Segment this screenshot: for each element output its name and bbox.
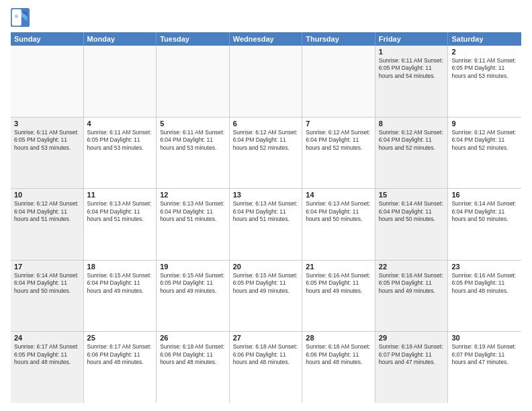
calendar-cell-w2-d4: 14Sunrise: 6:13 AM Sunset: 6:04 PM Dayli… (302, 189, 375, 260)
day-number: 26 (160, 334, 226, 342)
cell-text: Sunrise: 6:16 AM Sunset: 6:05 PM Dayligh… (379, 272, 445, 295)
cell-text: Sunrise: 6:11 AM Sunset: 6:05 PM Dayligh… (14, 129, 80, 152)
cell-text: Sunrise: 6:13 AM Sunset: 6:04 PM Dayligh… (233, 200, 299, 223)
calendar-cell-w3-d6: 23Sunrise: 6:16 AM Sunset: 6:05 PM Dayli… (448, 261, 521, 332)
header-day-thursday: Thursday (302, 32, 375, 46)
day-number: 6 (233, 120, 299, 128)
cell-text: Sunrise: 6:11 AM Sunset: 6:05 PM Dayligh… (87, 129, 153, 152)
day-number: 16 (451, 191, 518, 199)
cell-text: Sunrise: 6:13 AM Sunset: 6:04 PM Dayligh… (160, 200, 226, 223)
calendar-cell-w2-d6: 16Sunrise: 6:14 AM Sunset: 6:04 PM Dayli… (448, 189, 521, 260)
day-number: 11 (87, 191, 153, 199)
cell-text: Sunrise: 6:13 AM Sunset: 6:04 PM Dayligh… (306, 200, 371, 223)
page: G SundayMondayTuesdayWednesdayThursdayFr… (0, 0, 532, 411)
cell-text: Sunrise: 6:14 AM Sunset: 6:04 PM Dayligh… (451, 200, 518, 223)
calendar: SundayMondayTuesdayWednesdayThursdayFrid… (11, 32, 521, 403)
header-day-friday: Friday (375, 32, 449, 46)
calendar-cell-w4-d0: 24Sunrise: 6:17 AM Sunset: 6:05 PM Dayli… (11, 332, 84, 403)
day-number: 7 (306, 120, 371, 128)
logo: G (11, 8, 32, 27)
day-number: 14 (306, 191, 371, 199)
calendar-cell-w0-d0 (11, 46, 84, 117)
cell-text: Sunrise: 6:13 AM Sunset: 6:04 PM Dayligh… (87, 200, 153, 223)
calendar-cell-w2-d5: 15Sunrise: 6:14 AM Sunset: 6:04 PM Dayli… (375, 189, 449, 260)
cell-text: Sunrise: 6:15 AM Sunset: 6:04 PM Dayligh… (87, 272, 153, 295)
calendar-row-3: 17Sunrise: 6:14 AM Sunset: 6:04 PM Dayli… (11, 261, 521, 332)
day-number: 9 (451, 120, 518, 128)
cell-text: Sunrise: 6:17 AM Sunset: 6:06 PM Dayligh… (87, 343, 153, 366)
header-day-sunday: Sunday (11, 32, 84, 46)
day-number: 18 (87, 263, 153, 271)
day-number: 12 (160, 191, 226, 199)
cell-text: Sunrise: 6:12 AM Sunset: 6:04 PM Dayligh… (379, 129, 445, 152)
cell-text: Sunrise: 6:19 AM Sunset: 6:07 PM Dayligh… (451, 343, 518, 366)
calendar-cell-w0-d5: 1Sunrise: 6:11 AM Sunset: 6:05 PM Daylig… (375, 46, 449, 117)
header-day-wednesday: Wednesday (230, 32, 303, 46)
header-day-monday: Monday (84, 32, 157, 46)
calendar-cell-w4-d6: 30Sunrise: 6:19 AM Sunset: 6:07 PM Dayli… (448, 332, 521, 403)
calendar-body: 1Sunrise: 6:11 AM Sunset: 6:05 PM Daylig… (11, 46, 521, 403)
calendar-cell-w1-d4: 7Sunrise: 6:12 AM Sunset: 6:04 PM Daylig… (302, 118, 375, 189)
calendar-cell-w1-d2: 5Sunrise: 6:11 AM Sunset: 6:04 PM Daylig… (157, 118, 230, 189)
cell-text: Sunrise: 6:11 AM Sunset: 6:05 PM Dayligh… (379, 57, 445, 80)
calendar-row-4: 24Sunrise: 6:17 AM Sunset: 6:05 PM Dayli… (11, 332, 521, 403)
cell-text: Sunrise: 6:19 AM Sunset: 6:07 PM Dayligh… (379, 343, 445, 366)
cell-text: Sunrise: 6:12 AM Sunset: 6:04 PM Dayligh… (306, 129, 371, 152)
cell-text: Sunrise: 6:11 AM Sunset: 6:05 PM Dayligh… (451, 57, 518, 80)
calendar-cell-w3-d1: 18Sunrise: 6:15 AM Sunset: 6:04 PM Dayli… (84, 261, 157, 332)
day-number: 27 (233, 334, 299, 342)
calendar-cell-w1-d1: 4Sunrise: 6:11 AM Sunset: 6:05 PM Daylig… (84, 118, 157, 189)
calendar-cell-w3-d5: 22Sunrise: 6:16 AM Sunset: 6:05 PM Dayli… (375, 261, 449, 332)
svg-text:G: G (15, 13, 18, 18)
day-number: 8 (379, 120, 445, 128)
logo-icon: G (11, 8, 30, 27)
calendar-cell-w3-d3: 20Sunrise: 6:15 AM Sunset: 6:05 PM Dayli… (230, 261, 303, 332)
cell-text: Sunrise: 6:18 AM Sunset: 6:06 PM Dayligh… (306, 343, 371, 366)
calendar-row-0: 1Sunrise: 6:11 AM Sunset: 6:05 PM Daylig… (11, 46, 521, 118)
calendar-cell-w2-d3: 13Sunrise: 6:13 AM Sunset: 6:04 PM Dayli… (230, 189, 303, 260)
cell-text: Sunrise: 6:11 AM Sunset: 6:04 PM Dayligh… (160, 129, 226, 152)
cell-text: Sunrise: 6:14 AM Sunset: 6:04 PM Dayligh… (379, 200, 445, 223)
cell-text: Sunrise: 6:12 AM Sunset: 6:04 PM Dayligh… (233, 129, 299, 152)
header: G (11, 8, 521, 27)
day-number: 22 (379, 263, 445, 271)
cell-text: Sunrise: 6:12 AM Sunset: 6:04 PM Dayligh… (451, 129, 518, 152)
cell-text: Sunrise: 6:16 AM Sunset: 6:05 PM Dayligh… (306, 272, 371, 295)
day-number: 1 (379, 48, 445, 56)
calendar-cell-w0-d1 (84, 46, 157, 117)
calendar-row-1: 3Sunrise: 6:11 AM Sunset: 6:05 PM Daylig… (11, 118, 521, 189)
cell-text: Sunrise: 6:16 AM Sunset: 6:05 PM Dayligh… (451, 272, 518, 295)
day-number: 17 (14, 263, 80, 271)
day-number: 3 (14, 120, 80, 128)
calendar-row-2: 10Sunrise: 6:12 AM Sunset: 6:04 PM Dayli… (11, 189, 521, 261)
cell-text: Sunrise: 6:12 AM Sunset: 6:04 PM Dayligh… (14, 200, 80, 223)
day-number: 23 (451, 263, 518, 271)
day-number: 19 (160, 263, 226, 271)
cell-text: Sunrise: 6:14 AM Sunset: 6:04 PM Dayligh… (14, 272, 80, 295)
calendar-cell-w1-d6: 9Sunrise: 6:12 AM Sunset: 6:04 PM Daylig… (448, 118, 521, 189)
calendar-cell-w4-d1: 25Sunrise: 6:17 AM Sunset: 6:06 PM Dayli… (84, 332, 157, 403)
day-number: 24 (14, 334, 80, 342)
day-number: 13 (233, 191, 299, 199)
day-number: 25 (87, 334, 153, 342)
calendar-cell-w4-d4: 28Sunrise: 6:18 AM Sunset: 6:06 PM Dayli… (302, 332, 375, 403)
cell-text: Sunrise: 6:18 AM Sunset: 6:06 PM Dayligh… (233, 343, 299, 366)
day-number: 29 (379, 334, 445, 342)
header-day-tuesday: Tuesday (157, 32, 230, 46)
calendar-cell-w1-d5: 8Sunrise: 6:12 AM Sunset: 6:04 PM Daylig… (375, 118, 449, 189)
calendar-cell-w3-d4: 21Sunrise: 6:16 AM Sunset: 6:05 PM Dayli… (302, 261, 375, 332)
day-number: 10 (14, 191, 80, 199)
calendar-cell-w4-d3: 27Sunrise: 6:18 AM Sunset: 6:06 PM Dayli… (230, 332, 303, 403)
calendar-cell-w0-d4 (302, 46, 375, 117)
calendar-cell-w0-d2 (157, 46, 230, 117)
cell-text: Sunrise: 6:15 AM Sunset: 6:05 PM Dayligh… (160, 272, 226, 295)
cell-text: Sunrise: 6:15 AM Sunset: 6:05 PM Dayligh… (233, 272, 299, 295)
calendar-cell-w1-d3: 6Sunrise: 6:12 AM Sunset: 6:04 PM Daylig… (230, 118, 303, 189)
day-number: 15 (379, 191, 445, 199)
calendar-cell-w3-d0: 17Sunrise: 6:14 AM Sunset: 6:04 PM Dayli… (11, 261, 84, 332)
calendar-cell-w1-d0: 3Sunrise: 6:11 AM Sunset: 6:05 PM Daylig… (11, 118, 84, 189)
day-number: 2 (451, 48, 518, 56)
calendar-cell-w4-d5: 29Sunrise: 6:19 AM Sunset: 6:07 PM Dayli… (375, 332, 449, 403)
day-number: 30 (451, 334, 518, 342)
day-number: 21 (306, 263, 371, 271)
